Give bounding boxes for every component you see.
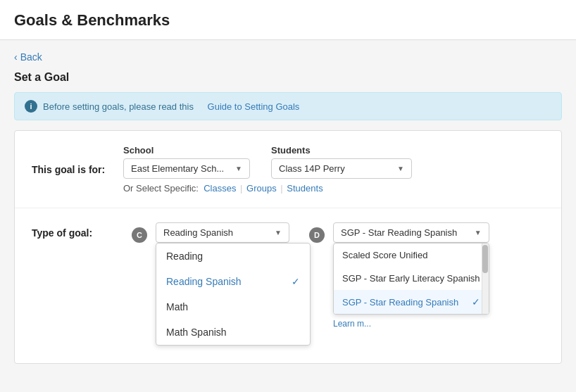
- main-content: ‹ Back Set a Goal i Before setting goals…: [0, 40, 576, 375]
- school-select-wrapper: East Elementary Sch... ▼: [123, 158, 250, 179]
- sgp-dropdown-container: SGP - Star Reading Spanish ▼ Scaled Scor…: [333, 222, 489, 329]
- or-select-row: Or Select Specific: Classes | Groups | S…: [123, 183, 323, 194]
- badge-d: D: [309, 227, 325, 243]
- badge-c: C: [132, 227, 147, 243]
- goal-type-value: Reading Spanish: [163, 227, 233, 238]
- goal-for-content: School East Elementary Sch... ▼ Students: [123, 145, 412, 194]
- school-dropdown[interactable]: East Elementary Sch... ▼: [123, 158, 250, 179]
- info-banner: i Before setting goals, please read this…: [14, 92, 562, 120]
- goal-for-label: This goal is for:: [32, 164, 123, 175]
- groups-link[interactable]: Groups: [246, 183, 277, 194]
- goal-type-option-math[interactable]: Math: [156, 294, 310, 320]
- students-label: Students: [271, 145, 412, 156]
- back-chevron-icon: ‹: [14, 51, 18, 63]
- sep2: |: [280, 183, 285, 194]
- page-header: Goals & Benchmarks: [0, 0, 576, 40]
- sgp-dropdown[interactable]: SGP - Star Reading Spanish ▼: [333, 222, 489, 243]
- goal-card: This goal is for: School East Elementary…: [14, 130, 562, 364]
- reading-spanish-check-icon: ✓: [292, 276, 300, 287]
- goal-type-dropdown[interactable]: Reading Spanish ▼: [156, 222, 289, 243]
- guide-link[interactable]: Guide to Setting Goals: [208, 101, 300, 112]
- sgp-option-early-literacy[interactable]: SGP - Star Early Literacy Spanish: [334, 267, 489, 290]
- students-dropdown[interactable]: Class 14P Perry ▼: [271, 158, 412, 179]
- students-caret-icon: ▼: [397, 165, 404, 172]
- page-title: Goals & Benchmarks: [14, 11, 170, 29]
- goal-for-row: This goal is for: School East Elementary…: [15, 131, 561, 208]
- or-select-label: Or Select Specific:: [123, 183, 199, 194]
- sep1: |: [240, 183, 245, 194]
- goal-type-dropdown-container: Reading Spanish ▼ Reading Reading Spanis…: [156, 222, 289, 243]
- type-of-goal-label: Type of goal:: [32, 227, 123, 239]
- goal-type-option-math-spanish[interactable]: Math Spanish: [156, 320, 310, 345]
- school-students-dropdowns: School East Elementary Sch... ▼ Students: [123, 145, 412, 179]
- students-value: Class 14P Perry: [279, 163, 345, 174]
- sgp-option-scaled-score[interactable]: Scaled Score Unified: [334, 244, 489, 267]
- scrollbar-track[interactable]: [482, 244, 489, 314]
- students-link[interactable]: Students: [287, 183, 323, 194]
- students-field-group: Students Class 14P Perry ▼: [271, 145, 412, 179]
- school-value: East Elementary Sch...: [131, 163, 224, 174]
- learn-more-link[interactable]: Learn m...: [333, 319, 489, 329]
- school-caret-icon: ▼: [235, 165, 242, 172]
- info-icon: i: [25, 100, 37, 113]
- type-of-goal-row: Type of goal: C Reading Spanish ▼ Readin…: [15, 208, 561, 363]
- info-text: Before setting goals, please read this: [43, 101, 194, 112]
- set-a-goal-title: Set a Goal: [14, 71, 562, 84]
- goal-type-option-reading[interactable]: Reading: [156, 244, 310, 269]
- scrollbar-thumb: [482, 245, 488, 273]
- students-select-wrapper: Class 14P Perry ▼: [271, 158, 412, 179]
- sgp-option-star-reading[interactable]: SGP - Star Reading Spanish ✓: [334, 290, 489, 314]
- sgp-caret-icon: ▼: [475, 229, 482, 236]
- goal-type-caret-icon: ▼: [275, 229, 282, 236]
- sgp-menu: Scaled Score Unified SGP - Star Early Li…: [333, 243, 489, 315]
- back-label: Back: [20, 51, 42, 63]
- school-field-group: School East Elementary Sch... ▼: [123, 145, 250, 179]
- goal-type-menu: Reading Reading Spanish ✓ Math Math Span…: [156, 243, 311, 346]
- sgp-check-icon: ✓: [472, 296, 480, 308]
- back-link[interactable]: ‹ Back: [14, 51, 42, 63]
- classes-link[interactable]: Classes: [204, 183, 236, 194]
- school-label: School: [123, 145, 250, 156]
- goal-type-option-reading-spanish[interactable]: Reading Spanish ✓: [156, 269, 310, 294]
- sgp-value: SGP - Star Reading Spanish: [341, 227, 457, 238]
